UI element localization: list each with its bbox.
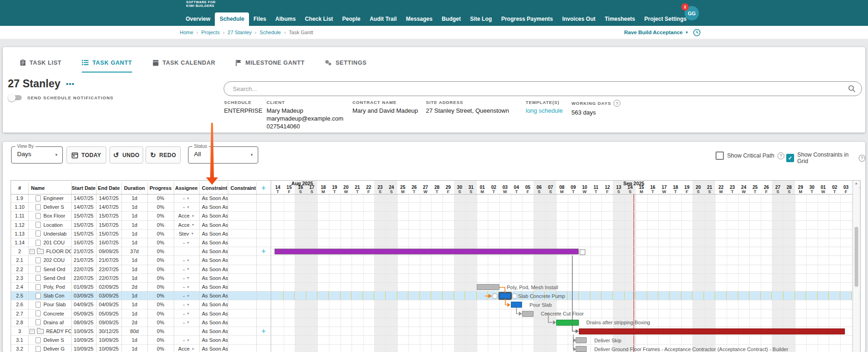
link-handle-left[interactable] [492,293,498,299]
assignee-dropdown[interactable]: Acce▼ [174,221,199,229]
assignee-dropdown[interactable] [174,327,199,335]
tab-settings[interactable]: SETTINGS [325,59,366,73]
scroll-thumb[interactable] [855,227,858,287]
nav-item-overview[interactable]: Overview [181,12,215,26]
assignee-dropdown[interactable]: Acce▼ [174,345,199,352]
assignee-dropdown[interactable]: -▼ [174,274,199,282]
nav-item-site-log[interactable]: Site Log [466,12,497,26]
cell-plus[interactable] [256,291,271,300]
table-row[interactable]: 2.2Send Ord22/07/2522/07/251d0%-▼As Soon… [11,265,861,274]
add-column-icon[interactable]: + [261,184,266,192]
table-row[interactable]: 2.3Send Ord22/07/2522/07/251d0%-▼As Soon… [11,274,861,283]
nav-item-invoices-out[interactable]: Invoices Out [558,12,600,26]
assignee-dropdown[interactable]: Acce▼ [174,212,199,220]
assignee-dropdown[interactable]: -▼ [174,265,199,273]
cell-plus[interactable] [256,310,271,318]
project-selector[interactable]: Rave Build Acceptance ▼ [624,30,689,35]
assignee-dropdown[interactable]: -▼ [174,291,199,300]
column-header-dur[interactable]: Duration [121,182,147,194]
task-name[interactable]: READY FOI [46,328,71,334]
link-handle-right[interactable] [512,293,517,299]
breadcrumb-item[interactable]: 27 Stanley [228,30,252,35]
cell-plus[interactable]: + [256,247,271,255]
tab-task-calendar[interactable]: TASK CALENDAR [152,59,216,73]
redo-button[interactable]: ↻ REDO [146,146,181,164]
cell-plus[interactable] [256,265,271,273]
column-header-prog[interactable]: Progress [147,182,174,194]
gantt-bar[interactable] [477,284,499,290]
status-select[interactable]: Status All ▼ [188,146,258,164]
assignee-dropdown[interactable]: -▼ [174,300,199,309]
table-row[interactable]: 1.10Deliver S14/07/2514/07/251d0%-▼As So… [11,203,861,212]
cell-plus[interactable] [256,274,271,282]
scroll-up-icon[interactable]: ▲ [855,182,858,185]
nav-item-budget[interactable]: Budget [437,12,465,26]
cell-plus[interactable] [256,345,271,352]
column-header-end[interactable]: End Date [96,182,121,194]
gantt-bar[interactable] [556,320,579,326]
bar-drag-handle[interactable] [580,249,585,255]
view-by-select[interactable]: View By Days ▼ [11,146,63,164]
gantt-bar[interactable] [499,293,511,299]
gantt-bar[interactable] [576,346,587,352]
task-name[interactable]: Engineer [43,195,64,201]
nav-item-project-settings[interactable]: Project Settings [640,12,691,26]
column-header-asg[interactable]: Assignee [174,182,199,194]
nav-item-progress-payments[interactable]: Progress Payments [497,12,558,26]
search-icon[interactable] [848,85,856,92]
add-subtask-icon[interactable]: + [261,248,266,255]
task-name[interactable]: Slab Con [43,293,64,298]
assignee-dropdown[interactable]: -▼ [174,318,199,327]
task-name[interactable]: Drains af [43,320,64,325]
today-button[interactable]: TODAY [67,146,106,164]
undo-button[interactable]: ↺ UNDO [109,146,143,164]
help-icon[interactable]: ? [777,152,784,159]
column-header-ctype[interactable]: Constraint Type [199,182,228,194]
table-row[interactable]: 1.9Engineer14/07/2514/07/251d0%-▼As Soon… [11,194,861,203]
title-more-menu[interactable]: ••• [66,80,75,88]
nav-item-messages[interactable]: Messages [401,12,437,26]
assignee-dropdown[interactable]: -▼ [174,336,199,344]
cell-plus[interactable] [256,203,271,211]
task-name[interactable]: Deliver S [43,337,64,343]
gantt-bar[interactable] [576,337,587,343]
task-name[interactable]: Send Ord [43,275,65,281]
templates-link[interactable]: long schedule [526,107,563,115]
help-icon[interactable]: ? [859,155,865,162]
table-row[interactable]: 1.14201 COU16/07/2516/07/251d0%-▼As Soon… [11,238,861,247]
table-row[interactable]: 1.12Location15/07/2515/07/251d0%Acce▼As … [11,221,861,230]
task-name[interactable]: Poly, Pod [43,284,65,290]
task-name[interactable]: Concrete [43,311,64,316]
table-row[interactable]: 2.5Slab Con03/09/2503/09/251d0%-▼As Soon… [11,291,861,300]
notification-badge[interactable]: 2 [681,3,689,11]
assignee-dropdown[interactable]: -▼ [174,310,199,318]
assignee-dropdown[interactable]: -▼ [174,194,199,202]
avatar[interactable]: GG 2 [685,6,699,20]
table-row[interactable]: 1.13Underslab15/07/2515/07/251d0%Stev▼As… [11,230,861,238]
task-name[interactable]: Box Floor [43,213,65,218]
add-subtask-icon[interactable]: + [261,328,266,335]
nav-item-albums[interactable]: Albums [271,12,300,26]
table-row[interactable]: 2.7Concrete05/09/2505/09/251d0%-▼As Soon… [11,310,861,318]
gantt-bar-summary[interactable] [274,249,579,255]
task-name[interactable]: Location [43,222,63,228]
table-row[interactable]: 1.11Box Floor15/07/2515/07/251d0%Acce▼As… [11,212,861,220]
assignee-dropdown[interactable]: Stev▼ [174,230,199,238]
help-icon[interactable]: ? [613,100,620,107]
cell-plus[interactable] [256,212,271,220]
collapse-icon[interactable]: − [30,249,35,254]
gantt-bar[interactable] [511,302,522,308]
task-name[interactable]: FLOOR DO [46,249,71,254]
constraints-checkbox[interactable]: ✓ [786,154,794,162]
task-name[interactable]: Pour Slab [43,302,66,307]
tab-task-list[interactable]: TASK LIST [20,59,61,73]
assignee-dropdown[interactable] [174,247,199,255]
assignee-dropdown[interactable]: -▼ [174,203,199,211]
table-row[interactable]: 3.1Deliver S10/09/2510/09/251d0%-▼As Soo… [11,336,861,345]
search-input[interactable] [224,85,848,92]
collapse-icon[interactable]: − [30,329,35,334]
cell-plus[interactable] [256,221,271,229]
task-name[interactable]: Underslab [43,231,67,237]
tab-task-gantt[interactable]: TASK GANTT [82,59,132,73]
cell-plus[interactable] [256,230,271,238]
